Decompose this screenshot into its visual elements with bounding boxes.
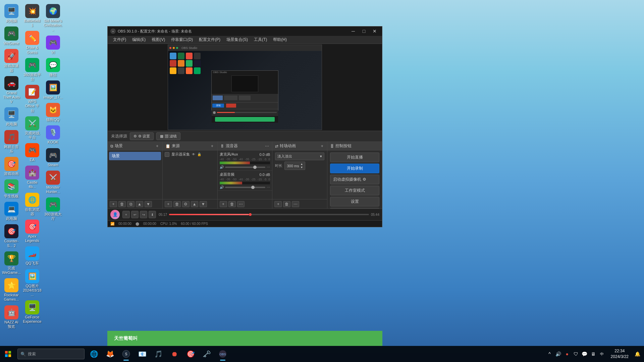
undo-btn[interactable]: ↩ (131, 211, 139, 218)
start-button[interactable] (0, 346, 16, 362)
taskbar-obs-pinned[interactable]: OBS (215, 346, 231, 362)
redo-btn[interactable]: ↪ (140, 211, 147, 218)
icon-01[interactable]: 🖥️ 此电脑 (1, 3, 21, 24)
tray-chat[interactable]: 💬 (581, 350, 589, 358)
mute-icon-2[interactable]: 🔊 (220, 185, 224, 189)
icon-mhw[interactable]: ⚔️ Monster Hunter... (43, 169, 63, 195)
icon-catdog[interactable]: 🐱 猫狗QQ (43, 102, 63, 123)
track-fader-2[interactable] (225, 187, 266, 188)
taskbar-ie[interactable]: 🌐 (86, 346, 102, 362)
icon-chrome[interactable]: 🌐 谷歌浏览器 (22, 191, 42, 218)
menu-profile[interactable]: 配置文件(P) (196, 36, 223, 43)
minimize-button[interactable]: ─ (348, 28, 358, 35)
icon-geforce[interactable]: 🖥️ GeForce Experience (22, 299, 42, 325)
icon-wps[interactable]: 📝 WPS Office 平台 (22, 83, 42, 114)
icon-apex[interactable]: 🎯 Apex Legends (22, 218, 42, 244)
mixer-menu[interactable]: ⋯ (265, 144, 269, 148)
scene-add-btn[interactable]: + (110, 201, 117, 207)
icon-steam[interactable]: 🎮 Steam (43, 147, 63, 169)
tray-monitor[interactable]: 🖥 (589, 350, 597, 358)
scene-down-btn[interactable]: ▼ (145, 201, 152, 207)
menu-tools[interactable]: 工具(T) (251, 36, 270, 43)
icon-civ[interactable]: 🌍 Sid Meier's Civilization... (43, 3, 63, 34)
trans-del-btn[interactable]: 🗑 (283, 201, 290, 207)
icon-anim[interactable]: 🎯 游戏动画 (1, 156, 21, 177)
eye-icon[interactable]: 👁 (192, 153, 195, 156)
track-fader[interactable] (225, 167, 266, 168)
duration-input[interactable]: 300 ms ▲ ▼ (284, 162, 305, 170)
close-button[interactable]: ✕ (370, 28, 379, 35)
icon-cs2[interactable]: 🎯 Counter-S... 2 (1, 223, 21, 249)
taskbar-record[interactable]: ⏺ (166, 346, 182, 362)
taskbar-key[interactable]: 🗝️ (199, 346, 215, 362)
source-down-btn[interactable]: ▼ (200, 201, 207, 207)
icon-gtav[interactable]: 🚗 Grand Theft Auto V (1, 75, 21, 106)
icon-pc2[interactable]: 🖥️ 此电脑 (1, 106, 21, 128)
icon-360game[interactable]: 🎮 360游戏平台 (22, 57, 42, 83)
icon-rockstar[interactable]: ⭐ Rockstar Games... (1, 277, 21, 303)
source-add-btn[interactable]: + (165, 201, 172, 207)
trans-add-btn[interactable]: + (274, 201, 282, 207)
menu-file[interactable]: 文件(F) (110, 36, 129, 43)
icon-qqcar[interactable]: 🏎️ QQ飞车 (22, 245, 42, 267)
scene-delete-btn[interactable]: 🗑 (118, 201, 126, 207)
taskbar-email[interactable]: 📧 (134, 346, 150, 362)
source-settings-btn[interactable]: ⚙ (182, 201, 190, 207)
clock[interactable]: 22:34 2024/3/22 (607, 348, 633, 360)
sources-add[interactable]: + (210, 144, 215, 148)
tray-volume[interactable]: 🔊 (554, 350, 562, 358)
menu-edit[interactable]: 编辑(E) (129, 36, 148, 43)
virtual-camera-button[interactable]: 启动虚拟摄像机 ⚙ (330, 175, 379, 184)
settings-ctrl-button[interactable]: 设置 (330, 197, 379, 206)
menu-help[interactable]: 帮助(H) (270, 36, 289, 43)
icon-kook[interactable]: 🎙️ KOOK (43, 124, 63, 146)
source-checkbox[interactable] (165, 152, 169, 157)
mute-icon[interactable]: 🔊 (220, 165, 224, 169)
track-menu[interactable]: ⋯ (267, 165, 270, 169)
scene-up-btn[interactable]: ▲ (136, 201, 143, 207)
scene-clone-btn[interactable]: ⧉ (127, 201, 135, 207)
source-up-btn[interactable]: ▲ (191, 201, 198, 207)
search-input[interactable] (28, 352, 82, 356)
fader-thumb-2[interactable] (251, 186, 255, 189)
menu-view[interactable]: 视图(V) (149, 36, 168, 43)
start-stream-button[interactable]: 开始直播 (330, 153, 379, 162)
tray-notification[interactable]: 🔔 (633, 350, 641, 358)
source-delete-btn[interactable]: 🗑 (173, 201, 181, 207)
studio-mode-button[interactable]: 工作室模式 (330, 186, 379, 195)
mixer-add-btn[interactable]: + (220, 201, 227, 207)
start-record-button[interactable]: 开始录制 (330, 164, 379, 173)
icon-wegame2[interactable]: 🏆 完成WeGame... (1, 250, 21, 276)
track-menu-2[interactable]: ⋯ (267, 185, 270, 189)
icon-wegame[interactable]: 🎮 WeGame (1, 25, 21, 47)
scenes-add[interactable]: + (155, 144, 160, 148)
menu-dock[interactable]: 停靠窗口(D) (168, 36, 196, 43)
transitions-add[interactable]: + (320, 144, 324, 148)
icon-image[interactable]: 🖼️ image_17... (43, 79, 63, 101)
taskbar-game[interactable]: 🎯 (182, 346, 199, 362)
duration-spinner[interactable]: ▲ ▼ (300, 163, 303, 169)
mixer-menu-btn[interactable]: ⋯ (237, 201, 245, 207)
icon-castle[interactable]: 🏰 Castle 4b... (22, 164, 42, 190)
add-btn[interactable]: + (122, 211, 130, 218)
tray-shield[interactable]: 🛡 (572, 350, 580, 358)
icon-speedup[interactable]: 🚀 游戏加速器 (1, 48, 21, 74)
icon-vi[interactable]: 🎮 VI (43, 34, 63, 56)
icon-ea[interactable]: 🎮 EA (22, 142, 42, 164)
icon-bf1[interactable]: 💥 Battlefield 1 (22, 3, 42, 29)
tray-lang-zh[interactable]: 中 (598, 350, 606, 358)
filter-button[interactable]: ▦ ▦ 滤镜 (156, 132, 180, 140)
taskbar-edge[interactable]: 🦊 (102, 346, 118, 362)
menu-scenecol[interactable]: 场景集合(S) (224, 36, 251, 43)
transition-type[interactable]: 淡入淡出 ▾ (275, 153, 324, 160)
icon-qqpic[interactable]: 🖼️ QQ图片 2024/03/18... (22, 268, 42, 299)
mixer-del-btn[interactable]: 🗑 (228, 201, 236, 207)
icon-nazz[interactable]: 🤖 NAZZ AI预览 (1, 304, 21, 330)
icon-drawguess[interactable]: ✏️ Draw & Guess (22, 29, 42, 56)
icon-netease[interactable]: 🎵 网易云音乐 (1, 129, 21, 155)
maximize-button[interactable]: □ (359, 28, 369, 35)
obs-titlebar[interactable]: ● OBS 30.1.0 - 配置文件: 未命名 - 场景: 未命名 ─ □ ✕ (108, 26, 382, 36)
source-item[interactable]: 显示器采集 👁 🔒 (163, 150, 217, 158)
timeline-thumb[interactable] (249, 213, 252, 216)
scene-item[interactable]: 场景 (109, 152, 161, 160)
